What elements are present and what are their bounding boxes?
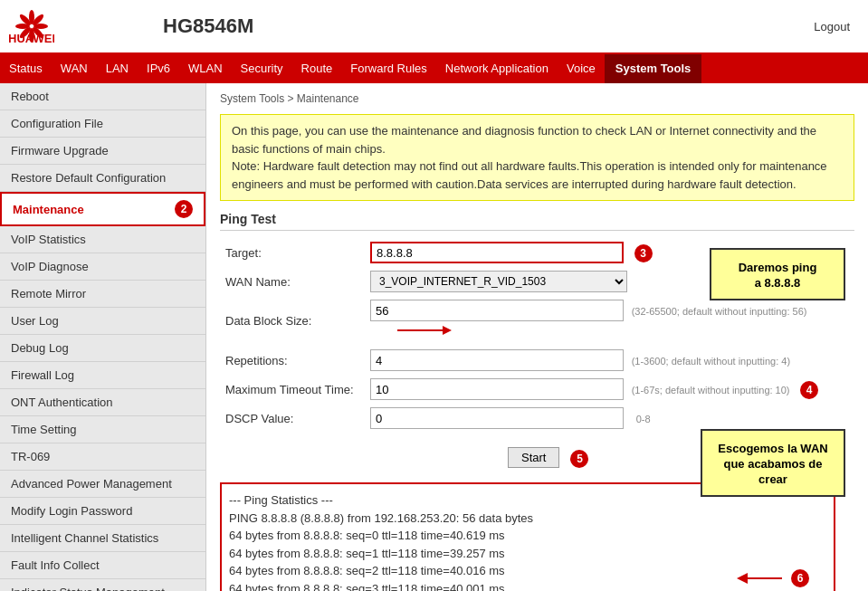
data-block-cell: (32-65500; default without inputting: 56…	[365, 296, 854, 346]
annotation-num-5: 5	[570, 450, 588, 468]
sidebar-item-configuration-file[interactable]: Configuration File	[0, 110, 205, 138]
arrow-svg	[397, 321, 452, 339]
repetitions-cell: (1-3600; default without inputting: 4)	[365, 346, 854, 375]
repetitions-row: Repetitions: (1-3600; default without in…	[220, 346, 854, 375]
annotation-bubble-1: Daremos pinga 8.8.8.8	[710, 248, 845, 300]
maintenance-label: Maintenance	[13, 203, 84, 216]
ping-line-3: 64 bytes from 8.8.8.8: seq=1 ttl=118 tim…	[229, 547, 505, 560]
svg-marker-10	[443, 326, 452, 335]
breadcrumb: System Tools > Maintenance	[220, 92, 854, 105]
data-block-row: Data Block Size: (32-65500; default with…	[220, 296, 854, 346]
dscp-hint: 0-8	[632, 414, 651, 424]
data-block-label: Data Block Size:	[220, 296, 365, 346]
main-layout: Reboot Configuration File Firmware Upgra…	[0, 83, 868, 591]
sidebar-item-voip-stats[interactable]: VoIP Statistics	[0, 226, 205, 253]
annotation-num-3: 3	[634, 244, 653, 262]
sidebar-item-debug-log[interactable]: Debug Log	[0, 335, 205, 362]
annotation-bubble-2: Escogemos la WANque acabamos decrear	[701, 429, 845, 497]
huawei-logo: HUAWEI	[9, 8, 54, 44]
data-block-input[interactable]	[370, 300, 624, 321]
repetitions-input[interactable]	[370, 349, 624, 371]
nav-status[interactable]: Status	[0, 54, 52, 83]
sidebar-item-reboot[interactable]: Reboot	[0, 83, 205, 110]
arrow-to-4	[397, 321, 452, 342]
sidebar-item-firmware-upgrade[interactable]: Firmware Upgrade	[0, 138, 205, 165]
ping-line-1: PING 8.8.8.8 (8.8.8.8) from 192.168.253.…	[229, 511, 533, 525]
max-timeout-cell: (1-67s; default without inputting: 10) 4	[365, 375, 854, 404]
content-area: System Tools > Maintenance On this page,…	[206, 83, 868, 591]
sidebar-item-ont-auth[interactable]: ONT Authentication	[0, 389, 205, 416]
nav-network-application[interactable]: Network Application	[436, 54, 558, 83]
sidebar-item-tr069[interactable]: TR-069	[0, 443, 205, 471]
ping-test-section: Ping Test Target: 3 WAN Name: 3_VOIP_INT…	[220, 212, 854, 591]
sidebar-item-advanced-power[interactable]: Advanced Power Management	[0, 471, 205, 498]
ping-line-4: 64 bytes from 8.8.8.8: seq=2 ttl=118 tim…	[229, 564, 505, 577]
info-line2: Note: Hardware fault detection may not f…	[232, 159, 827, 191]
sidebar-item-restore-default[interactable]: Restore Default Configuration	[0, 165, 205, 192]
svg-marker-11	[737, 573, 748, 584]
nav-security[interactable]: Security	[232, 54, 292, 83]
wan-name-label: WAN Name:	[220, 267, 365, 296]
dscp-input[interactable]	[370, 407, 624, 429]
device-title: HG8546M	[145, 14, 814, 38]
start-button[interactable]: Start	[508, 447, 559, 468]
sidebar-item-user-log[interactable]: User Log	[0, 308, 205, 335]
max-timeout-label: Maximum Timeout Time:	[220, 375, 365, 404]
nav-forward-rules[interactable]: Forward Rules	[341, 54, 436, 83]
nav-system-tools[interactable]: System Tools	[605, 54, 702, 83]
max-timeout-input[interactable]	[370, 378, 624, 400]
repetitions-hint: (1-3600; default without inputting: 4)	[627, 356, 791, 367]
logo-area: HUAWEI	[9, 8, 145, 44]
target-label: Target:	[220, 238, 365, 267]
arrow-left-svg	[737, 569, 782, 587]
sidebar-item-modify-login[interactable]: Modify Login Password	[0, 498, 205, 525]
nav-route[interactable]: Route	[292, 54, 342, 83]
sidebar-item-maintenance[interactable]: Maintenance 2	[0, 192, 205, 226]
wan-name-select[interactable]: 3_VOIP_INTERNET_R_VID_1503	[370, 271, 627, 292]
svg-text:HUAWEI: HUAWEI	[9, 32, 54, 44]
annotation-text-1: Daremos pinga 8.8.8.8	[739, 261, 817, 290]
info-box: On this page, you can use the maintenanc…	[220, 114, 854, 201]
annotation-num-6: 6	[791, 569, 809, 587]
data-block-hint: (32-65500; default without inputting: 56…	[627, 306, 807, 317]
sidebar-item-firewall-log[interactable]: Firewall Log	[0, 362, 205, 389]
sidebar-item-voip-diagnose[interactable]: VoIP Diagnose	[0, 253, 205, 281]
ping-line-5: 64 bytes from 8.8.8.8: seq=3 ttl=118 tim…	[229, 582, 505, 592]
sidebar-item-fault-info[interactable]: Fault Info Collect	[0, 552, 205, 579]
sidebar-item-remote-mirror[interactable]: Remote Mirror	[0, 281, 205, 308]
annotation-num-2: 2	[175, 200, 193, 218]
ping-arrow-area: 6	[737, 569, 809, 587]
nav-wan[interactable]: WAN	[52, 54, 97, 83]
nav-lan[interactable]: LAN	[97, 54, 138, 83]
dscp-label: DSCP Value:	[220, 404, 365, 433]
ping-test-title: Ping Test	[220, 212, 854, 231]
repetitions-label: Repetitions:	[220, 346, 365, 375]
nav-ipv6[interactable]: IPv6	[138, 54, 179, 83]
navbar: Status WAN LAN IPv6 WLAN Security Route …	[0, 54, 868, 83]
annotation-text-2: Escogemos la WANque acabamos decrear	[718, 442, 827, 486]
sidebar-item-indicator-status[interactable]: Indicator Status Management	[0, 579, 205, 591]
nav-wlan[interactable]: WLAN	[179, 54, 232, 83]
target-input[interactable]	[370, 242, 624, 263]
ping-line-2: 64 bytes from 8.8.8.8: seq=0 ttl=118 tim…	[229, 529, 505, 542]
sidebar-item-time-setting[interactable]: Time Setting	[0, 416, 205, 443]
max-timeout-row: Maximum Timeout Time: (1-67s; default wi…	[220, 375, 854, 404]
header: HUAWEI HG8546M Logout	[0, 0, 868, 54]
annotation-num-4: 4	[800, 381, 818, 399]
info-line1: On this page, you can use the maintenanc…	[232, 124, 816, 156]
sidebar-item-intelligent-channel[interactable]: Intelligent Channel Statistics	[0, 525, 205, 552]
max-timeout-hint: (1-67s; default without inputting: 10)	[627, 385, 790, 396]
nav-voice[interactable]: Voice	[558, 54, 605, 83]
sidebar: Reboot Configuration File Firmware Upgra…	[0, 83, 206, 591]
ping-line-0: --- Ping Statistics ---	[229, 493, 333, 507]
logout-button[interactable]: Logout	[814, 20, 859, 33]
